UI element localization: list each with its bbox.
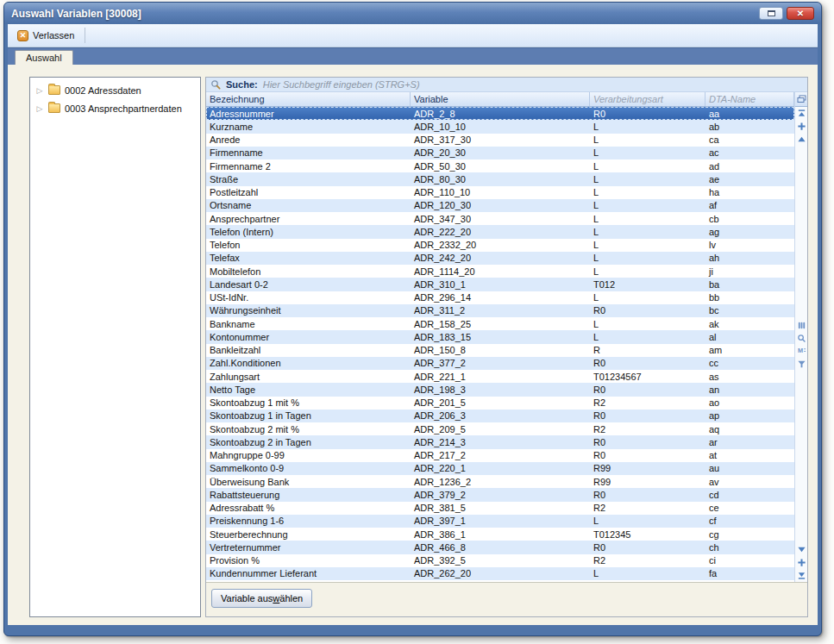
table-row[interactable]: Kurzname ADR_10_10 L ab: [206, 120, 794, 133]
table-row[interactable]: USt-IdNr. ADR_296_14 L bb: [206, 291, 794, 304]
table-row[interactable]: Straße ADR_80_30 L ae: [206, 172, 794, 185]
close-icon: ✕: [797, 9, 804, 18]
restore-window-button[interactable]: [759, 7, 783, 20]
leave-button-label: Verlassen: [33, 30, 74, 41]
table-row[interactable]: Telefon (Intern) ADR_222_20 L ag: [206, 225, 794, 238]
table-row[interactable]: Mobiltelefon ADR_1114_20 L ji: [206, 265, 794, 278]
leave-button[interactable]: ✕ Verlassen: [14, 28, 79, 43]
toolbar: ✕ Verlassen: [8, 24, 818, 47]
row-insert-button[interactable]: [796, 121, 807, 132]
expand-arrow-icon[interactable]: ▷: [35, 86, 44, 95]
category-tree: ▷ 0002 Adressdaten ▷ 0003 Ansprechpartne…: [29, 77, 201, 617]
table-row[interactable]: Skontoabzug 1 mit % ADR_201_5 R2 ao: [206, 397, 794, 410]
expand-arrow-icon[interactable]: ▷: [35, 104, 44, 113]
restore-icon: [768, 10, 775, 16]
sort-letters-icon: M: [797, 347, 806, 356]
search-input[interactable]: Suche: Hier Suchbegriff eingeben (STRG+S…: [206, 78, 807, 92]
search-label: Suche:: [226, 79, 258, 90]
grid-side-strip: M: [794, 92, 807, 582]
panel-footer: Variable auswählen: [206, 582, 807, 616]
table-row[interactable]: Zahlungsart ADR_221_1 T01234567 as: [206, 370, 794, 383]
tab-strip: Auswahl: [8, 47, 818, 65]
column-header-dta-name[interactable]: DTA-Name: [705, 92, 794, 106]
table-row[interactable]: Skontoabzug 2 in Tagen ADR_214_3 R0 ar: [206, 435, 794, 448]
table-row[interactable]: Währungseinheit ADR_311_2 R0 bc: [206, 304, 794, 317]
close-window-button[interactable]: ✕: [787, 7, 814, 20]
table-row[interactable]: Kontonummer ADR_183_15 L al: [206, 330, 794, 343]
scroll-up-button[interactable]: [796, 134, 807, 145]
table-row[interactable]: Bankleitzahl ADR_150_8 R am: [206, 344, 794, 357]
content-area: ▷ 0002 Adressdaten ▷ 0003 Ansprechpartne…: [8, 65, 818, 625]
table-row[interactable]: Telefon ADR_2332_20 L lv: [206, 239, 794, 252]
scroll-to-top-button[interactable]: [796, 108, 807, 119]
grid-search-button[interactable]: [796, 333, 807, 344]
variables-panel: Suche: Hier Suchbegriff eingeben (STRG+S…: [205, 77, 808, 617]
window-body: ✕ Verlassen Auswahl ▷ 0002 Adressdaten ▷…: [8, 24, 818, 625]
table-row[interactable]: Provision % ADR_392_5 R2 ci: [206, 554, 794, 567]
scroll-to-bottom-button[interactable]: [796, 570, 807, 581]
table-row[interactable]: Rabattsteuerung ADR_379_2 R0 cd: [206, 488, 794, 501]
plus-icon: [797, 558, 806, 567]
scroll-down-button[interactable]: [796, 544, 807, 555]
row-append-button[interactable]: [796, 557, 807, 568]
table-row[interactable]: Mahngruppe 0-99 ADR_217_2 R0 at: [206, 449, 794, 462]
variables-grid: Bezeichnung Variable Verarbeitungsart DT…: [206, 92, 807, 582]
table-row[interactable]: Telefax ADR_242_20 L ah: [206, 252, 794, 265]
table-row[interactable]: Bankname ADR_158_25 L ak: [206, 317, 794, 330]
table-row[interactable]: Adressrabatt % ADR_381_5 R2 ce: [206, 502, 794, 515]
title-bar: Auswahl Variablen [30008] ✕: [4, 3, 821, 24]
table-row[interactable]: Kundennummer Lieferant ADR_262_20 L fa: [206, 567, 794, 580]
column-header-variable[interactable]: Variable: [411, 92, 590, 106]
tab-auswahl[interactable]: Auswahl: [15, 50, 73, 65]
table-row[interactable]: Firmenname 2 ADR_50_30 L ad: [206, 159, 794, 172]
tree-item-label: 0003 Ansprechpartnerdaten: [65, 103, 182, 114]
table-row[interactable]: Skontoabzug 2 mit % ADR_209_5 R2 aq: [206, 422, 794, 435]
select-variable-label-end: ählen: [279, 593, 303, 603]
folder-icon: [48, 85, 60, 95]
filter-button[interactable]: [796, 359, 807, 370]
column-chooser-icon: [797, 95, 806, 103]
table-row[interactable]: Firmenname ADR_20_30 L ac: [206, 147, 794, 159]
dialog-window: Auswahl Variablen [30008] ✕ ✕ Verlassen …: [3, 2, 822, 636]
filter-icon: [797, 360, 806, 369]
table-row[interactable]: Ansprechpartner ADR_347_30 L cb: [206, 212, 794, 225]
table-row[interactable]: Überweisung Bank ADR_1236_2 R99 av: [206, 475, 794, 488]
table-row[interactable]: Ortsname ADR_120_30 L af: [206, 199, 794, 212]
tree-item-ansprechpartnerdaten[interactable]: ▷ 0003 Ansprechpartnerdaten: [30, 99, 200, 117]
search-icon: [210, 79, 221, 90]
search-placeholder: Hier Suchbegriff eingeben (STRG+S): [263, 79, 420, 90]
window-title: Auswahl Variablen [30008]: [11, 8, 759, 20]
folder-icon: [48, 103, 60, 113]
table-row[interactable]: Landesart 0-2 ADR_310_1 T012 ba: [206, 278, 794, 291]
table-row[interactable]: Anrede ADR_317_30 L ca: [206, 134, 794, 147]
table-row[interactable]: Skontoabzug 1 in Tagen ADR_206_3 R0 ap: [206, 410, 794, 422]
column-header-bezeichnung[interactable]: Bezeichnung: [206, 92, 411, 106]
magnifier-icon: [797, 334, 806, 343]
tree-item-label: 0002 Adressdaten: [65, 85, 141, 96]
table-row[interactable]: Sammelkonto 0-9 ADR_220_1 R99 au: [206, 462, 794, 475]
plus-icon: [797, 122, 806, 131]
table-row[interactable]: Postleitzahl ADR_110_10 L ha: [206, 186, 794, 199]
triangle-up-icon: [797, 134, 806, 144]
table-body: Adressnummer ADR_2_8 R0 aa Kurzname ADR_…: [206, 107, 794, 582]
exit-icon: ✕: [17, 30, 28, 41]
column-header-verarbeitungsart[interactable]: Verarbeitungsart: [590, 92, 705, 106]
columns-view-button[interactable]: [796, 320, 807, 331]
table-row[interactable]: Zahl.Konditionen ADR_377_2 R0 cc: [206, 357, 794, 370]
go-bottom-icon: [797, 571, 806, 580]
table-row[interactable]: Netto Tage ADR_198_3 R0 an: [206, 383, 794, 396]
columns-icon: [797, 321, 806, 330]
select-variable-label: Variable aus: [221, 593, 273, 603]
table-row[interactable]: Preiskennung 1-6 ADR_397_1 L cf: [206, 515, 794, 528]
table-header: Bezeichnung Variable Verarbeitungsart DT…: [206, 92, 807, 107]
table-row[interactable]: Steuerberechnung ADR_386_1 T012345 cg: [206, 528, 794, 541]
triangle-down-icon: [797, 545, 806, 554]
table-row[interactable]: Vertreternummer ADR_466_8 R0 ch: [206, 541, 794, 553]
sort-button[interactable]: M: [796, 346, 807, 357]
column-chooser-button[interactable]: [795, 92, 808, 107]
table-row[interactable]: Adressnummer ADR_2_8 R0 aa: [206, 107, 794, 120]
svg-text:M: M: [797, 347, 802, 354]
tree-item-adressdaten[interactable]: ▷ 0002 Adressdaten: [30, 81, 200, 99]
toolbar-separator: [85, 28, 85, 43]
select-variable-button[interactable]: Variable auswählen: [211, 589, 312, 608]
